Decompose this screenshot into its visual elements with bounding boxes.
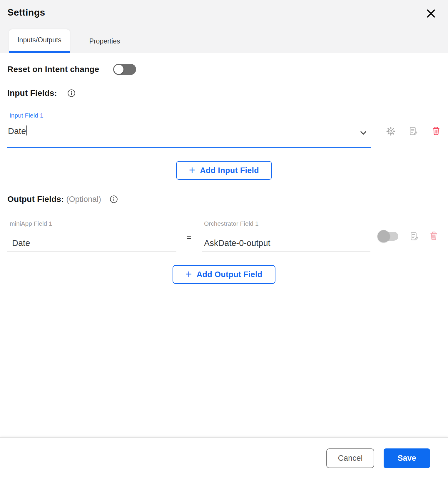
modal-content: Reset on Intent change Input Fields: Inp [0, 64, 448, 284]
input-field-row: Date [7, 119, 441, 148]
output-mapping-row: miniApp Field 1 Date = Orchestrator Fiel… [7, 220, 441, 252]
input-field-actions [386, 126, 441, 136]
output-row-actions [377, 230, 438, 243]
info-icon [109, 195, 118, 204]
close-icon [425, 8, 437, 19]
input-field-select[interactable]: Date [7, 119, 371, 148]
input-field-value: Date [8, 125, 27, 136]
close-button[interactable] [424, 7, 437, 20]
miniapp-field-column: miniApp Field 1 Date [7, 220, 176, 252]
tab-bar: Inputs/Outputs Properties [9, 29, 139, 53]
cancel-button[interactable]: Cancel [326, 448, 374, 468]
modal-footer: Cancel Save [0, 437, 448, 479]
tab-inputs-outputs[interactable]: Inputs/Outputs [9, 29, 70, 53]
output-row-edit-note-button[interactable] [409, 231, 419, 241]
input-field-dropdown-button[interactable] [359, 128, 368, 137]
toggle-knob [114, 65, 123, 74]
add-output-field-label: Add Output Field [197, 270, 263, 279]
add-input-field-button[interactable]: + Add Input Field [176, 161, 272, 180]
note-edit-icon [409, 126, 418, 136]
page-title: Settings [7, 7, 45, 18]
tab-properties-label: Properties [89, 37, 120, 45]
save-button[interactable]: Save [384, 448, 430, 468]
text-caret [26, 125, 27, 135]
output-row-toggle[interactable] [377, 230, 399, 243]
input-fields-info-button[interactable] [67, 89, 76, 98]
plus-icon: + [185, 269, 192, 279]
add-input-field-label: Add Input Field [200, 166, 259, 175]
input-field-settings-button[interactable] [386, 126, 395, 136]
output-row-delete-button[interactable] [429, 231, 438, 241]
note-edit-icon [409, 232, 419, 241]
input-fields-section-header: Input Fields: [7, 88, 441, 98]
toggle-knob [377, 230, 390, 242]
input-field-block: Input Field 1 Date [7, 112, 441, 148]
add-output-field-button[interactable]: + Add Output Field [173, 265, 275, 284]
input-field-delete-button[interactable] [431, 126, 441, 136]
trash-icon [429, 231, 438, 241]
orchestrator-field-column: Orchestrator Field 1 AskDate-0-output [202, 220, 370, 252]
input-fields-heading: Input Fields: [7, 88, 57, 98]
reset-on-intent-label: Reset on Intent change [7, 65, 99, 74]
tab-inputs-outputs-label: Inputs/Outputs [17, 36, 61, 44]
plus-icon: + [189, 165, 195, 175]
reset-on-intent-toggle[interactable] [113, 64, 136, 75]
miniapp-field-value[interactable]: Date [7, 238, 176, 248]
add-input-row: + Add Input Field [7, 161, 441, 180]
chevron-down-icon [359, 128, 368, 137]
orchestrator-field-value[interactable]: AskDate-0-output [202, 238, 370, 248]
output-fields-section-header: Output Fields: (Optional) [7, 195, 441, 204]
orchestrator-field-label: Orchestrator Field 1 [202, 220, 370, 227]
info-icon [67, 89, 76, 98]
equals-sign: = [176, 220, 202, 252]
output-fields-heading: Output Fields: [7, 195, 64, 204]
tab-properties[interactable]: Properties [70, 29, 139, 53]
output-fields-optional-label: (Optional) [66, 195, 101, 204]
gear-icon [386, 127, 395, 136]
settings-modal: Settings Inputs/Outputs Properties Reset… [0, 0, 448, 479]
output-fields-info-button[interactable] [109, 195, 118, 204]
trash-icon [432, 126, 441, 136]
reset-on-intent-row: Reset on Intent change [7, 64, 441, 75]
input-field-label: Input Field 1 [7, 112, 441, 119]
miniapp-field-label: miniApp Field 1 [7, 220, 176, 227]
add-output-row: + Add Output Field [7, 265, 441, 284]
input-field-edit-note-button[interactable] [409, 126, 418, 136]
modal-header: Settings Inputs/Outputs Properties [0, 0, 448, 53]
